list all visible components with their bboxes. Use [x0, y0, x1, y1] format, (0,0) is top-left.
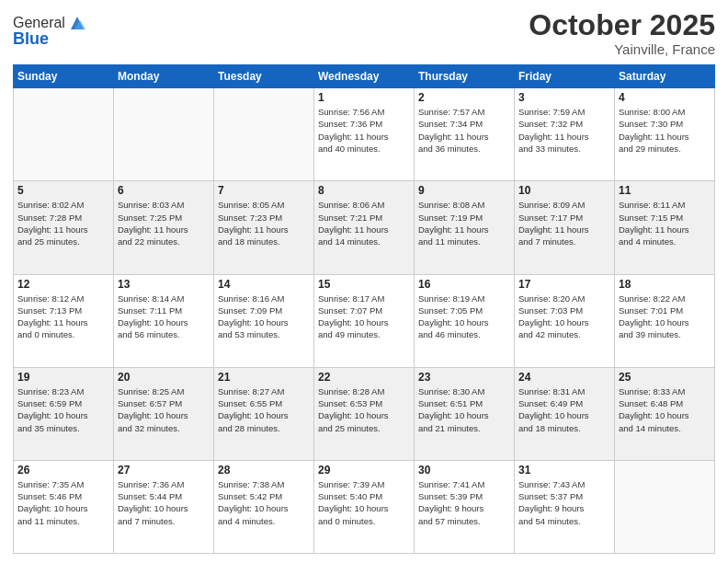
day-info: Sunrise: 7:36 AM Sunset: 5:44 PM Dayligh…	[118, 478, 210, 527]
table-row: 15Sunrise: 8:17 AM Sunset: 7:07 PM Dayli…	[314, 274, 415, 367]
day-info: Sunrise: 8:14 AM Sunset: 7:11 PM Dayligh…	[118, 293, 210, 341]
day-number: 5	[17, 184, 109, 197]
day-info: Sunrise: 7:59 AM Sunset: 7:32 PM Dayligh…	[518, 106, 610, 155]
table-row: 30Sunrise: 7:41 AM Sunset: 5:39 PM Dayli…	[415, 460, 515, 553]
day-number: 21	[218, 371, 310, 384]
col-wednesday: Wednesday	[314, 65, 415, 88]
day-info: Sunrise: 8:33 AM Sunset: 6:48 PM Dayligh…	[619, 385, 711, 434]
table-row: 23Sunrise: 8:30 AM Sunset: 6:51 PM Dayli…	[415, 367, 515, 460]
table-row: 31Sunrise: 7:43 AM Sunset: 5:37 PM Dayli…	[515, 460, 615, 553]
day-info: Sunrise: 7:41 AM Sunset: 5:39 PM Dayligh…	[418, 478, 510, 527]
table-row: 13Sunrise: 8:14 AM Sunset: 7:11 PM Dayli…	[114, 274, 214, 367]
day-number: 25	[619, 371, 711, 384]
day-number: 31	[518, 464, 610, 477]
day-info: Sunrise: 8:08 AM Sunset: 7:19 PM Dayligh…	[418, 199, 510, 247]
table-row: 9Sunrise: 8:08 AM Sunset: 7:19 PM Daylig…	[415, 181, 515, 274]
day-info: Sunrise: 7:39 AM Sunset: 5:40 PM Dayligh…	[318, 478, 410, 527]
day-info: Sunrise: 8:17 AM Sunset: 7:07 PM Dayligh…	[318, 293, 410, 341]
table-row	[114, 88, 214, 181]
calendar-week-row: 19Sunrise: 8:23 AM Sunset: 6:59 PM Dayli…	[14, 367, 715, 460]
table-row: 18Sunrise: 8:22 AM Sunset: 7:01 PM Dayli…	[615, 274, 715, 367]
table-row	[214, 88, 314, 181]
logo: General Blue	[13, 13, 87, 49]
day-info: Sunrise: 8:00 AM Sunset: 7:30 PM Dayligh…	[619, 106, 711, 155]
day-info: Sunrise: 8:31 AM Sunset: 6:49 PM Dayligh…	[518, 385, 610, 434]
day-number: 24	[518, 371, 610, 384]
table-row: 19Sunrise: 8:23 AM Sunset: 6:59 PM Dayli…	[14, 367, 114, 460]
day-number: 29	[318, 464, 410, 477]
table-row: 12Sunrise: 8:12 AM Sunset: 7:13 PM Dayli…	[14, 274, 114, 367]
day-number: 11	[619, 184, 711, 197]
day-number: 7	[218, 184, 310, 197]
day-number: 6	[118, 184, 210, 197]
day-info: Sunrise: 7:56 AM Sunset: 7:36 PM Dayligh…	[318, 106, 410, 155]
day-info: Sunrise: 8:25 AM Sunset: 6:57 PM Dayligh…	[118, 385, 210, 434]
day-info: Sunrise: 8:23 AM Sunset: 6:59 PM Dayligh…	[17, 385, 109, 434]
day-info: Sunrise: 8:09 AM Sunset: 7:17 PM Dayligh…	[518, 199, 610, 247]
table-row	[615, 460, 715, 553]
day-number: 19	[17, 371, 109, 384]
day-info: Sunrise: 8:27 AM Sunset: 6:55 PM Dayligh…	[218, 385, 310, 434]
day-number: 15	[318, 278, 410, 291]
table-row: 16Sunrise: 8:19 AM Sunset: 7:05 PM Dayli…	[415, 274, 515, 367]
calendar-week-row: 5Sunrise: 8:02 AM Sunset: 7:28 PM Daylig…	[14, 181, 715, 274]
day-number: 13	[118, 278, 210, 291]
day-number: 18	[619, 278, 711, 291]
day-number: 17	[518, 278, 610, 291]
table-row: 10Sunrise: 8:09 AM Sunset: 7:17 PM Dayli…	[515, 181, 615, 274]
header: General Blue October 2025 Yainville, Fra…	[13, 9, 715, 57]
day-info: Sunrise: 8:30 AM Sunset: 6:51 PM Dayligh…	[418, 385, 510, 434]
day-info: Sunrise: 8:05 AM Sunset: 7:23 PM Dayligh…	[218, 199, 310, 247]
day-info: Sunrise: 8:03 AM Sunset: 7:25 PM Dayligh…	[118, 199, 210, 247]
col-thursday: Thursday	[415, 65, 515, 88]
day-number: 4	[619, 91, 711, 104]
table-row: 3Sunrise: 7:59 AM Sunset: 7:32 PM Daylig…	[515, 88, 615, 181]
day-info: Sunrise: 8:02 AM Sunset: 7:28 PM Dayligh…	[17, 199, 109, 247]
day-info: Sunrise: 7:38 AM Sunset: 5:42 PM Dayligh…	[218, 478, 310, 527]
day-info: Sunrise: 7:57 AM Sunset: 7:34 PM Dayligh…	[418, 106, 510, 155]
table-row: 20Sunrise: 8:25 AM Sunset: 6:57 PM Dayli…	[114, 367, 214, 460]
day-number: 20	[118, 371, 210, 384]
table-row: 4Sunrise: 8:00 AM Sunset: 7:30 PM Daylig…	[615, 88, 715, 181]
table-row: 11Sunrise: 8:11 AM Sunset: 7:15 PM Dayli…	[615, 181, 715, 274]
day-number: 9	[418, 184, 510, 197]
table-row: 6Sunrise: 8:03 AM Sunset: 7:25 PM Daylig…	[114, 181, 214, 274]
day-number: 23	[418, 371, 510, 384]
logo-icon	[67, 13, 87, 33]
day-info: Sunrise: 8:20 AM Sunset: 7:03 PM Dayligh…	[518, 293, 610, 341]
col-saturday: Saturday	[615, 65, 715, 88]
table-row: 1Sunrise: 7:56 AM Sunset: 7:36 PM Daylig…	[314, 88, 415, 181]
day-info: Sunrise: 8:06 AM Sunset: 7:21 PM Dayligh…	[318, 199, 410, 247]
day-number: 22	[318, 371, 410, 384]
calendar-table: Sunday Monday Tuesday Wednesday Thursday…	[13, 64, 715, 554]
page: General Blue October 2025 Yainville, Fra…	[0, 0, 728, 563]
table-row: 17Sunrise: 8:20 AM Sunset: 7:03 PM Dayli…	[515, 274, 615, 367]
day-info: Sunrise: 8:16 AM Sunset: 7:09 PM Dayligh…	[218, 293, 310, 341]
day-number: 12	[17, 278, 109, 291]
day-number: 26	[17, 464, 109, 477]
day-number: 16	[418, 278, 510, 291]
day-info: Sunrise: 7:35 AM Sunset: 5:46 PM Dayligh…	[17, 478, 109, 527]
day-number: 27	[118, 464, 210, 477]
table-row: 25Sunrise: 8:33 AM Sunset: 6:48 PM Dayli…	[615, 367, 715, 460]
day-info: Sunrise: 8:19 AM Sunset: 7:05 PM Dayligh…	[418, 293, 510, 341]
day-number: 8	[318, 184, 410, 197]
col-monday: Monday	[114, 65, 214, 88]
table-row: 5Sunrise: 8:02 AM Sunset: 7:28 PM Daylig…	[14, 181, 114, 274]
table-row: 8Sunrise: 8:06 AM Sunset: 7:21 PM Daylig…	[314, 181, 415, 274]
col-sunday: Sunday	[14, 65, 114, 88]
day-number: 28	[218, 464, 310, 477]
table-row: 29Sunrise: 7:39 AM Sunset: 5:40 PM Dayli…	[314, 460, 415, 553]
day-info: Sunrise: 8:11 AM Sunset: 7:15 PM Dayligh…	[619, 199, 711, 247]
table-row: 7Sunrise: 8:05 AM Sunset: 7:23 PM Daylig…	[214, 181, 314, 274]
table-row	[14, 88, 114, 181]
month-title: October 2025	[529, 9, 715, 41]
day-info: Sunrise: 7:43 AM Sunset: 5:37 PM Dayligh…	[518, 478, 610, 527]
table-row: 22Sunrise: 8:28 AM Sunset: 6:53 PM Dayli…	[314, 367, 415, 460]
day-info: Sunrise: 8:12 AM Sunset: 7:13 PM Dayligh…	[17, 293, 109, 341]
calendar-week-row: 26Sunrise: 7:35 AM Sunset: 5:46 PM Dayli…	[14, 460, 715, 553]
table-row: 2Sunrise: 7:57 AM Sunset: 7:34 PM Daylig…	[415, 88, 515, 181]
calendar-week-row: 1Sunrise: 7:56 AM Sunset: 7:36 PM Daylig…	[14, 88, 715, 181]
day-number: 3	[518, 91, 610, 104]
table-row: 14Sunrise: 8:16 AM Sunset: 7:09 PM Dayli…	[214, 274, 314, 367]
